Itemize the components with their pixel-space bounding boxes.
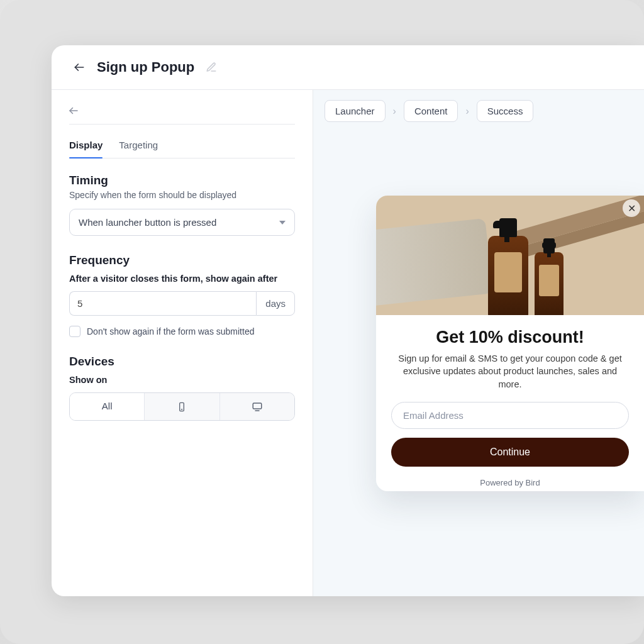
back-arrow-icon[interactable]	[73, 61, 86, 74]
chevron-down-icon	[279, 221, 286, 225]
tab-targeting[interactable]: Targeting	[119, 136, 158, 158]
desktop-icon	[252, 401, 263, 411]
timing-subtitle: Specify when the form should be displaye…	[69, 190, 295, 200]
devices-option-mobile[interactable]	[144, 393, 219, 420]
divider	[69, 124, 295, 125]
editor-window: Sign up Popup Display Targeting Timing S…	[52, 45, 644, 596]
powered-by: Powered by Bird	[391, 478, 629, 487]
close-icon[interactable]: ✕	[623, 199, 640, 217]
preview-pane: Launcher › Content › Success ✕ Get 10% d…	[313, 90, 644, 596]
edit-title-icon[interactable]	[206, 62, 217, 73]
popup-description: Sign up for email & SMS to get your coup…	[391, 352, 629, 391]
continue-button[interactable]: Continue	[391, 438, 629, 467]
tab-display[interactable]: Display	[69, 136, 103, 158]
step-launcher[interactable]: Launcher	[325, 100, 386, 122]
devices-subtitle: Show on	[69, 375, 295, 385]
frequency-value-input[interactable]	[69, 291, 256, 316]
settings-sidebar: Display Targeting Timing Specify when th…	[52, 90, 313, 596]
devices-title: Devices	[69, 355, 295, 369]
chevron-right-icon: ›	[465, 106, 469, 117]
dont-show-again-checkbox[interactable]	[69, 326, 80, 337]
devices-option-desktop[interactable]	[219, 393, 294, 420]
devices-option-all[interactable]: All	[70, 393, 144, 420]
dont-show-again-label: Don't show again if the form was submitt…	[87, 326, 254, 336]
timing-select[interactable]: When launcher button is pressed	[69, 209, 295, 236]
sidebar-tabs: Display Targeting	[69, 136, 295, 158]
popup-preview: ✕ Get 10% discount! Sign up for email & …	[376, 196, 644, 491]
chevron-right-icon: ›	[393, 106, 396, 117]
svg-rect-2	[180, 402, 184, 411]
timing-select-value: When launcher button is pressed	[79, 217, 216, 228]
titlebar: Sign up Popup	[52, 45, 644, 90]
popup-title: Get 10% discount!	[391, 328, 629, 347]
email-field[interactable]: Email Address	[391, 402, 629, 429]
popup-hero-image: ✕	[376, 196, 644, 315]
timing-title: Timing	[69, 174, 295, 187]
mobile-icon	[177, 401, 187, 411]
step-success[interactable]: Success	[477, 100, 534, 122]
svg-rect-4	[253, 403, 262, 409]
preview-steps: Launcher › Content › Success	[325, 100, 533, 122]
frequency-title: Frequency	[69, 253, 295, 267]
page-title: Sign up Popup	[97, 59, 194, 75]
devices-segmented: All	[69, 392, 295, 421]
sidebar-back-icon[interactable]	[68, 105, 295, 116]
step-content[interactable]: Content	[404, 100, 458, 122]
frequency-unit: days	[256, 291, 295, 316]
frequency-subtitle: After a visitor closes this form, show a…	[69, 274, 295, 284]
